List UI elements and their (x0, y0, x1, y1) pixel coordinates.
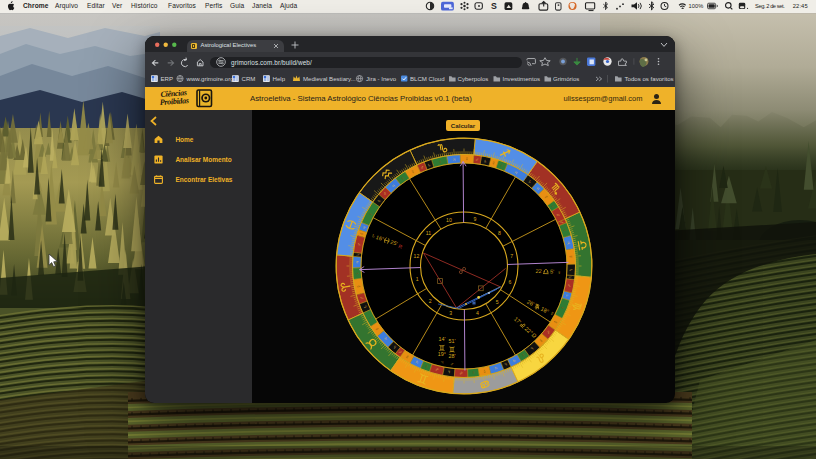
svg-text:3: 3 (449, 309, 452, 315)
svg-text:♀: ♀ (557, 269, 561, 275)
svg-text:♃: ♃ (354, 260, 360, 264)
svg-text:51': 51' (448, 338, 455, 344)
svg-text:♀: ♀ (354, 271, 360, 275)
svg-text:28': 28' (448, 353, 455, 359)
svg-text:♂: ♂ (475, 156, 480, 162)
svg-text:5': 5' (550, 268, 554, 274)
svg-text:♄: ♄ (447, 368, 452, 375)
svg-text:♂: ♂ (450, 361, 454, 367)
svg-text:7: 7 (510, 253, 513, 259)
svg-text:♂: ♂ (459, 370, 463, 376)
svg-text:14': 14' (438, 336, 445, 342)
svg-text:♃: ♃ (440, 359, 444, 365)
svg-text:1: 1 (416, 276, 419, 282)
svg-text:Seg. 2 de set.: Seg. 2 de set. (755, 3, 785, 9)
svg-text:2: 2 (429, 297, 432, 303)
svg-text:22:45: 22:45 (793, 3, 808, 9)
svg-text:♃: ♃ (451, 156, 456, 162)
svg-text:8: 8 (498, 229, 501, 235)
svg-text:6: 6 (509, 278, 512, 284)
svg-text:22: 22 (535, 268, 541, 274)
svg-text:10: 10 (446, 216, 452, 222)
svg-text:☿: ☿ (568, 254, 574, 259)
svg-text:5: 5 (496, 298, 499, 304)
svg-text:11: 11 (426, 229, 431, 235)
svg-text:100%: 100% (689, 3, 704, 9)
svg-text:4: 4 (476, 309, 479, 315)
svg-text:S: S (491, 1, 497, 11)
svg-text:12: 12 (414, 252, 420, 258)
svg-text:♀: ♀ (471, 369, 476, 375)
svg-text:♄: ♄ (354, 252, 360, 257)
svg-text:19°: 19° (438, 351, 446, 357)
svg-text:9: 9 (473, 215, 476, 221)
svg-text:☿: ☿ (465, 155, 469, 161)
svg-text:♄: ♄ (568, 267, 574, 271)
